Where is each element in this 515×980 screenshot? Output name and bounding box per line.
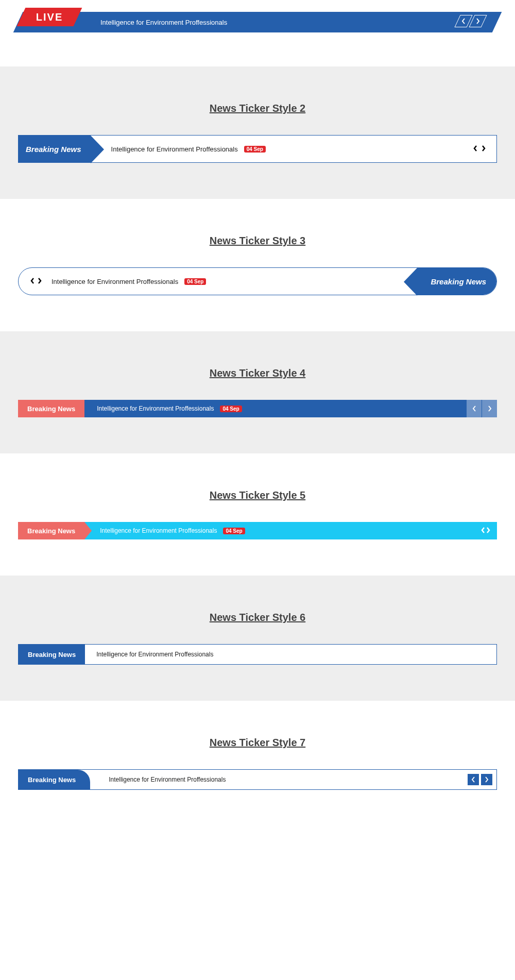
section-ticker-6: News Ticker Style 6 Breaking News Intell…	[0, 576, 515, 701]
ticker-1-bg	[13, 12, 502, 32]
section-ticker-7: News Ticker Style 7 Breaking News Intell…	[0, 701, 515, 826]
chevron-right-icon	[475, 18, 480, 24]
prev-button[interactable]	[468, 774, 479, 785]
live-badge: LIVE	[17, 8, 82, 26]
chevron-right-icon	[37, 278, 42, 284]
ticker-5-label: Breaking News	[18, 522, 84, 539]
ticker-1-text[interactable]: Intelligence for Environment Proffession…	[100, 12, 227, 32]
ticker-style-1: LIVE Intelligence for Environment Proffe…	[0, 0, 515, 66]
ticker-6-label: Breaking News	[19, 645, 85, 664]
prev-button[interactable]	[472, 143, 479, 155]
chevron-left-icon	[473, 145, 478, 151]
chevron-left-icon	[471, 776, 476, 783]
ticker-4: Breaking News Intelligence for Environme…	[18, 400, 497, 417]
chevron-right-icon	[481, 145, 486, 151]
heading-ticker-2: News Ticker Style 2	[18, 103, 497, 114]
ticker-3-navs	[30, 277, 42, 286]
ticker-4-text[interactable]: Intelligence for Environment Proffession…	[97, 405, 242, 412]
ticker-4-label: Breaking News	[18, 400, 84, 417]
ticker-1-navs	[457, 15, 484, 27]
next-button[interactable]	[480, 143, 487, 155]
ticker-7-label: Breaking News	[19, 770, 90, 789]
ticker-3-headline: Intelligence for Environment Proffession…	[52, 278, 178, 285]
prev-button[interactable]	[466, 400, 482, 417]
ticker-4-date: 04 Sep	[220, 405, 242, 412]
ticker-3-label: Breaking News	[417, 268, 496, 295]
ticker-5-date: 04 Sep	[223, 528, 245, 534]
heading-ticker-4: News Ticker Style 4	[18, 367, 497, 379]
heading-ticker-6: News Ticker Style 6	[18, 612, 497, 623]
next-button[interactable]	[481, 774, 492, 785]
chevron-right-icon	[484, 776, 489, 783]
heading-ticker-5: News Ticker Style 5	[18, 489, 497, 501]
ticker-2-date: 04 Sep	[244, 146, 266, 153]
ticker-2: Breaking News Intelligence for Environme…	[18, 135, 497, 163]
ticker-7-navs	[468, 774, 492, 785]
ticker-7: Breaking News Intelligence for Environme…	[18, 769, 497, 790]
live-label: LIVE	[36, 11, 63, 23]
prev-button[interactable]	[30, 277, 35, 286]
ticker-3: Intelligence for Environment Proffession…	[18, 267, 497, 295]
heading-ticker-3: News Ticker Style 3	[18, 235, 497, 247]
ticker-6: Breaking News Intelligence for Environme…	[18, 644, 497, 665]
chevron-left-icon	[480, 527, 486, 533]
ticker-6-text[interactable]: Intelligence for Environment Proffession…	[96, 651, 213, 658]
ticker-3-date: 04 Sep	[184, 278, 206, 285]
section-ticker-2: News Ticker Style 2 Breaking News Intell…	[0, 66, 515, 199]
prev-button[interactable]	[480, 526, 486, 535]
ticker-7-text[interactable]: Intelligence for Environment Proffession…	[109, 776, 226, 783]
ticker-3-text[interactable]: Intelligence for Environment Proffession…	[52, 278, 206, 285]
chevron-left-icon	[461, 18, 466, 24]
next-button[interactable]	[37, 277, 42, 286]
section-ticker-3: News Ticker Style 3 Intelligence for Env…	[0, 199, 515, 331]
ticker-5: Breaking News Intelligence for Environme…	[18, 522, 497, 539]
ticker-5-text[interactable]: Intelligence for Environment Proffession…	[100, 527, 245, 534]
section-ticker-4: News Ticker Style 4 Breaking News Intell…	[0, 331, 515, 453]
ticker-5-navs	[480, 526, 491, 535]
ticker-2-headline: Intelligence for Environment Proffession…	[111, 145, 238, 153]
chevron-right-icon	[486, 527, 491, 533]
ticker-2-text[interactable]: Intelligence for Environment Proffession…	[111, 145, 266, 153]
ticker-5-headline: Intelligence for Environment Proffession…	[100, 527, 217, 534]
chevron-left-icon	[472, 405, 477, 412]
ticker-2-label: Breaking News	[19, 136, 91, 162]
next-button[interactable]	[482, 400, 497, 417]
chevron-left-icon	[30, 278, 35, 284]
heading-ticker-7: News Ticker Style 7	[18, 737, 497, 749]
next-button[interactable]	[486, 526, 491, 535]
section-ticker-5: News Ticker Style 5 Breaking News Intell…	[0, 453, 515, 576]
ticker-1-bar: LIVE Intelligence for Environment Proffe…	[18, 8, 497, 30]
ticker-4-headline: Intelligence for Environment Proffession…	[97, 405, 214, 412]
chevron-right-icon	[487, 405, 492, 412]
ticker-2-navs	[472, 143, 487, 155]
ticker-4-navs	[466, 400, 497, 417]
